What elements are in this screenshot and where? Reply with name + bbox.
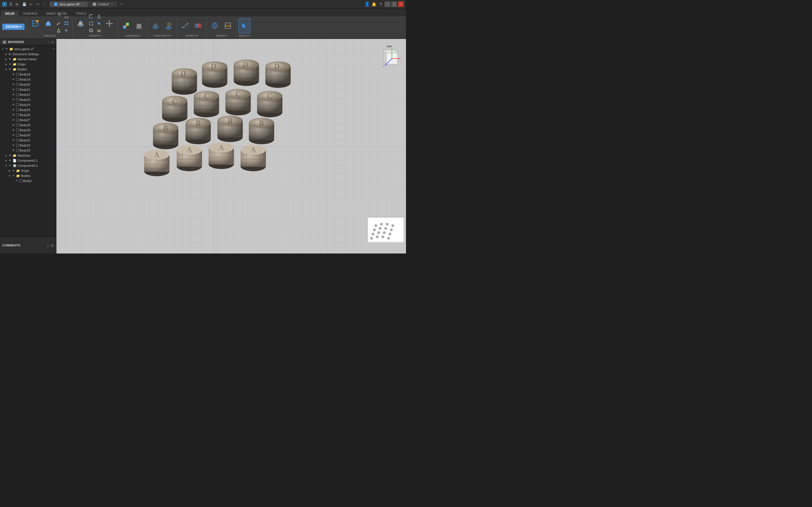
redo-button[interactable]: ↪ [35,1,41,7]
split-button[interactable] [96,27,102,34]
draft-button[interactable] [96,13,102,20]
insert-mcmaster-button[interactable] [209,18,221,33]
create-dropdown-arrow[interactable]: ▾ [54,34,56,37]
sketches-arrow[interactable]: ▶ [4,154,8,157]
tab-untitled[interactable]: F Untitled* × [88,1,117,7]
body-eye-icon[interactable]: 👁 [11,103,15,107]
tree-item-body27[interactable]: ▶ 👁 Body27 [0,117,56,122]
assemble-dropdown-arrow[interactable]: ▾ [139,34,140,37]
tree-item-bodies[interactable]: ▼ 👁 📁 Bodies [0,67,56,72]
tree-item-component11[interactable]: ▶ 👁 📄 Component1:1 [0,158,56,163]
bodies2-arrow[interactable]: ▼ [8,174,11,177]
extrude-button[interactable] [42,16,54,31]
joint-button[interactable] [120,18,132,33]
tree-item-body19[interactable]: ▶ 👁 Body19 [0,77,56,82]
tree-item-body18[interactable]: ▶ 👁 Body18 [0,72,56,77]
origin2-eye-icon[interactable]: 👁 [11,169,15,173]
construct-dropdown-arrow[interactable]: ▾ [170,34,171,37]
tab-close-button2[interactable]: × [111,3,113,6]
nav-cube[interactable]: TOP X Y Z [378,45,400,67]
body-eye-icon[interactable]: 👁 [11,98,15,102]
shell-button[interactable] [88,27,94,34]
body-eye-icon[interactable]: 👁 [11,72,15,76]
comments-options[interactable]: ⋮ [46,243,50,247]
root-options-icon[interactable] [52,47,55,51]
tree-item-component31[interactable]: ▼ 👁 🔲 Component3:1 [0,163,56,168]
tree-item-named-views[interactable]: ▶ 👁 📁 Named Views [0,57,56,62]
save-button[interactable]: 💾 [21,1,27,7]
tab-close-button[interactable]: × [82,3,84,6]
minimize-button[interactable]: − [385,1,390,7]
mini-preview[interactable] [367,217,404,242]
sweep-button[interactable] [55,20,62,27]
browser-options[interactable]: ⋮ [47,41,50,44]
tree-item-root[interactable]: ▼ 👁 📁 sorry game v7 [0,47,56,52]
origin2-arrow[interactable]: ▶ [8,169,11,172]
body-eye-icon[interactable]: 👁 [11,138,15,142]
bodies-arrow[interactable]: ▼ [4,68,8,71]
tab-solid[interactable]: SOLID [1,11,18,16]
root-expand-arrow[interactable]: ▼ [1,47,4,51]
body1-eye-icon[interactable]: 👁 [15,179,18,183]
ground-button[interactable] [133,18,145,33]
named-views-arrow[interactable]: ▶ [4,57,8,61]
tree-item-body31[interactable]: ▶ 👁 Body31 [0,138,56,143]
body-eye-icon[interactable]: 👁 [11,88,15,92]
fillet-button[interactable] [88,13,94,20]
origin-arrow[interactable]: ▶ [4,62,8,66]
profile-button[interactable]: 👤 [364,1,370,7]
viewport[interactable]: D D [56,39,406,253]
bodies-eye-icon[interactable]: 👁 [8,67,12,71]
comments-resize[interactable]: ▷ [51,243,54,247]
tree-item-origin[interactable]: ▶ 👁 📁 Origin [0,62,56,67]
browser-resize-handle[interactable]: ▷ [52,41,54,44]
component31-eye-icon[interactable]: 👁 [8,164,12,168]
scale-button[interactable] [96,20,102,27]
undo-button[interactable]: ↩ [28,1,34,7]
body-eye-icon[interactable]: 👁 [11,108,15,112]
body-eye-icon[interactable]: 👁 [11,118,15,122]
bodies2-eye-icon[interactable]: 👁 [11,174,15,178]
inspect-dropdown-arrow[interactable]: ▾ [197,34,198,37]
maximize-button[interactable]: □ [391,1,397,7]
tree-item-sketches[interactable]: ▶ 👁 📁 Sketches [0,153,56,158]
named-views-eye-icon[interactable]: 👁 [8,57,12,61]
body-eye-icon[interactable]: 👁 [11,128,15,132]
tree-item-bodies2[interactable]: ▼ 👁 📁 Bodies [0,173,56,178]
design-dropdown-button[interactable]: DESIGN ▾ [2,24,24,30]
insert-svg-button[interactable]: SVG [222,18,234,33]
history-button[interactable]: ⋮ [42,1,47,7]
mirror-button[interactable] [63,27,70,34]
new-tab-button[interactable]: + [119,1,124,7]
revolve-button[interactable] [55,13,62,20]
angle-plane-button[interactable] [163,18,174,33]
component11-eye-icon[interactable]: 👁 [8,159,12,163]
pattern-button[interactable] [63,20,70,27]
body-eye-icon[interactable]: 👁 [11,77,15,81]
tree-item-body32[interactable]: ▶ 👁 Body32 [0,143,56,148]
body-eye-icon[interactable]: 👁 [11,123,15,127]
component11-arrow[interactable]: ▶ [4,159,8,162]
create-sketch-button[interactable]: + [29,16,41,31]
insert-dropdown-arrow[interactable]: ▾ [225,34,227,37]
component31-arrow[interactable]: ▼ [4,164,8,167]
measure-button[interactable] [179,18,191,33]
origin-eye-icon[interactable]: 👁 [8,62,12,66]
hole-button[interactable] [63,13,70,20]
menu-icon[interactable]: ☰ [8,2,13,6]
tab-sorry-game[interactable]: F sorry game v8* × [50,1,88,7]
press-pull-button[interactable] [75,16,87,31]
interference-button[interactable] [192,18,204,33]
help-button[interactable]: ? [378,1,384,7]
root-eye-icon[interactable]: 👁 [4,47,8,51]
body-eye-icon[interactable]: 👁 [11,144,15,147]
tree-item-body22[interactable]: ▶ 👁 Body22 [0,92,56,97]
sketches-eye-icon[interactable]: 👁 [8,154,12,158]
browser-collapse-button[interactable]: ◀ [2,40,6,44]
tree-item-body33[interactable]: ▶ 👁 Body33 [0,148,56,153]
loft-button[interactable] [55,27,62,34]
offset-plane-button[interactable] [150,18,161,33]
body-eye-icon[interactable]: 👁 [11,133,15,137]
body-eye-icon[interactable]: 👁 [11,82,15,87]
tree-item-body29[interactable]: ▶ 👁 Body29 [0,128,56,133]
